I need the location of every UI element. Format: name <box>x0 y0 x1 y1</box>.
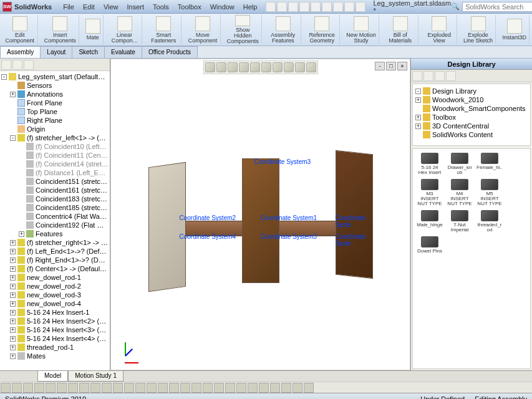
options-icon[interactable] <box>355 2 365 12</box>
status-tool-icon[interactable] <box>46 383 56 393</box>
status-tool-icon[interactable] <box>113 383 123 393</box>
tree-node[interactable]: +5-16 24 Hex Insert<2> (5-16 x 0.75... <box>1 317 109 325</box>
tab-evaluate[interactable]: Evaluate <box>104 46 142 58</box>
view-triad[interactable] <box>117 339 142 363</box>
dl-back-icon[interactable] <box>412 71 422 81</box>
tree-node[interactable]: Sensors <box>1 81 109 90</box>
help-icon[interactable] <box>266 2 276 12</box>
expander-icon[interactable]: + <box>10 257 16 263</box>
tree-node[interactable]: +5-16 24 Hex Insert<4> (5-16 x 0.75... <box>1 334 109 343</box>
coordinate-system-label[interactable]: Coordinate System3 <box>254 158 311 165</box>
scene-icon[interactable] <box>295 62 305 72</box>
expander-icon[interactable]: + <box>10 275 16 281</box>
tab-layout[interactable]: Layout <box>40 46 72 58</box>
status-tool-icon[interactable] <box>34 383 44 393</box>
tree-config-icon[interactable] <box>24 60 34 70</box>
vp-close-button[interactable]: × <box>397 62 407 70</box>
rebuild-icon[interactable] <box>344 2 354 12</box>
tree-node[interactable]: +new_dowel_rod-3 <box>1 291 109 299</box>
view-settings-icon[interactable] <box>306 62 316 72</box>
status-tool-icon[interactable] <box>180 383 190 393</box>
prev-view-icon[interactable] <box>228 62 238 72</box>
tree-node[interactable]: Coincident151 (stretcher_left<1... <box>1 177 109 186</box>
dl-tree-node[interactable]: +Woodwork_2010 <box>415 95 528 104</box>
tree-node[interactable]: Top Plane <box>1 107 109 116</box>
instant3d-button[interactable]: Instant3D <box>500 15 530 44</box>
expander-icon[interactable]: + <box>10 301 16 307</box>
library-item[interactable]: M5 INSERT NUT TYPE A <box>475 178 504 208</box>
status-tool-icon[interactable] <box>214 383 224 393</box>
status-tool-icon[interactable] <box>12 383 22 393</box>
print-icon[interactable] <box>311 2 321 12</box>
library-item[interactable]: M3 INSERT NUT TYPE A <box>415 178 444 208</box>
expander-icon[interactable]: - <box>415 89 421 94</box>
tab-sketch[interactable]: Sketch <box>72 46 105 58</box>
tree-node[interactable]: +(f) Left_End<1>->? (Default<As M... <box>1 247 109 256</box>
status-tool-icon[interactable] <box>1 383 11 393</box>
expander-icon[interactable]: + <box>10 249 16 254</box>
expander-icon[interactable]: + <box>10 310 16 315</box>
tab-assembly[interactable]: Assembly <box>0 46 41 58</box>
vp-maximize-button[interactable]: □ <box>386 62 396 70</box>
tree-display-icon[interactable] <box>12 60 22 70</box>
menu-toolbox[interactable]: Toolbox <box>174 2 205 12</box>
tree-root[interactable]: - Leg_system_start (Default<<Default>... <box>1 72 109 81</box>
expander-icon[interactable]: + <box>415 97 421 103</box>
exploded-view-button[interactable]: Exploded View <box>422 15 457 44</box>
dl-tree-node[interactable]: Woodwork_SmartComponents <box>415 104 528 113</box>
tree-node[interactable]: Coincident185 (stretcher_left<1... <box>1 203 109 212</box>
open-icon[interactable] <box>288 2 298 12</box>
expander-icon[interactable]: + <box>10 92 16 97</box>
tree-node[interactable]: +5-16 24 Hex Insert<3> (5-16 x 0.75... <box>1 325 109 334</box>
status-tool-icon[interactable] <box>90 383 100 393</box>
tree-node[interactable]: +Features <box>1 229 109 238</box>
status-tool-icon[interactable] <box>225 383 235 393</box>
reference-geometry-button[interactable]: Reference Geometry <box>305 15 341 44</box>
tree-node[interactable]: Right Plane <box>1 116 109 125</box>
menu-file[interactable]: File <box>59 2 78 12</box>
tree-node[interactable]: +new_dowel_rod-4 <box>1 299 109 308</box>
tree-node[interactable]: +(f) Right_End<1>->? (Default<As ... <box>1 256 109 264</box>
library-item[interactable]: T-Nut Imperial <box>445 209 474 234</box>
coordinate-system-label[interactable]: Coordinate System2 <box>180 214 236 221</box>
tree-node[interactable]: Concentric4 (Flat Washer Type ... <box>1 212 109 221</box>
tree-node[interactable]: +(f) Center<1> -> (Default<As Mach... <box>1 264 109 273</box>
status-tool-icon[interactable] <box>281 383 291 393</box>
new-motion-button[interactable]: New Motion Study <box>344 15 379 44</box>
tree-node[interactable]: Coincident192 (Flat Washer Typ... <box>1 221 109 229</box>
menu-help[interactable]: Help <box>239 2 261 12</box>
library-item[interactable]: Male_hinge <box>415 209 444 234</box>
coordinate-system-label[interactable]: Coordinate System1 <box>261 214 317 221</box>
status-tool-icon[interactable] <box>304 383 314 393</box>
tree-node[interactable]: (f) Distance1 (Left_End<1>,stre... <box>1 168 109 177</box>
save-icon[interactable] <box>299 2 309 12</box>
library-item[interactable]: Dowel Pins <box>415 235 444 255</box>
status-tool-icon[interactable] <box>191 383 201 393</box>
tree-node[interactable]: +5-16 24 Hex Insert-1 <box>1 308 109 317</box>
status-tool-icon[interactable] <box>79 383 89 393</box>
tree-node[interactable]: +Annotations <box>1 90 109 99</box>
library-item[interactable]: Female_hi... <box>475 151 504 176</box>
tree-node[interactable]: +Mates <box>1 352 109 360</box>
expander-icon[interactable]: + <box>10 353 16 359</box>
status-tool-icon[interactable] <box>248 383 258 393</box>
expander-icon[interactable]: + <box>10 266 16 272</box>
insert-components-button[interactable]: Insert Components <box>42 15 79 44</box>
explode-sketch-button[interactable]: Explode Line Sketch <box>461 15 496 44</box>
menu-insert[interactable]: Insert <box>123 2 148 12</box>
expander-icon[interactable]: - <box>10 135 16 141</box>
status-tool-icon[interactable] <box>147 383 157 393</box>
dl-tree-node[interactable]: +3D ContentCentral <box>415 122 528 130</box>
zoom-area-icon[interactable] <box>216 62 226 72</box>
status-tool-icon[interactable] <box>124 383 134 393</box>
dl-home-icon[interactable] <box>435 71 445 81</box>
expander-icon[interactable]: + <box>10 292 16 298</box>
menu-tools[interactable]: Tools <box>149 2 173 12</box>
status-tool-icon[interactable] <box>102 383 112 393</box>
bom-button[interactable]: Bill of Materials <box>383 15 418 44</box>
show-hidden-button[interactable]: Show Hidden Components <box>225 15 262 44</box>
appearance-icon[interactable] <box>284 62 294 72</box>
search-input[interactable] <box>462 2 532 12</box>
move-component-button[interactable]: Move Component <box>185 15 221 44</box>
menu-view[interactable]: View <box>100 2 122 12</box>
